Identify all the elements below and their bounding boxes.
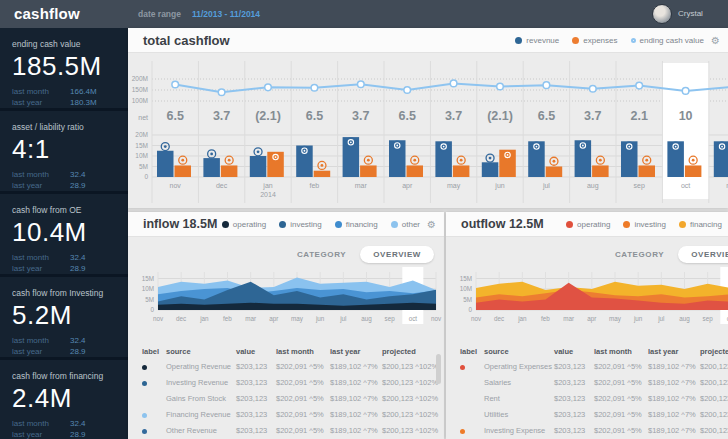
date-range-picker[interactable]: 11/2013 - 11/2014 <box>192 0 260 28</box>
label-cell <box>142 407 166 423</box>
legend-dot-icon <box>631 38 636 43</box>
legend-item-operating[interactable]: operating <box>222 220 266 229</box>
legend-label: other <box>402 220 420 229</box>
sidebar-metric-ending-cash-value[interactable]: ending cash value 185.5M last month166.4… <box>0 28 128 108</box>
legend-item-investing[interactable]: investing <box>279 220 322 229</box>
total-cashflow-chart[interactable]: 200M150M100M20M15M10M5M0net6.5nov3.7dec(… <box>128 53 728 208</box>
cell-last_month: $202,091 ^5% <box>276 407 330 423</box>
line-point-marker <box>590 85 597 92</box>
cell-last_year: $189,102 ^7% <box>648 407 700 423</box>
expense-bar[interactable] <box>360 165 377 177</box>
gear-icon[interactable]: ⚙ <box>427 212 436 237</box>
user-name[interactable]: Crystal McAdams <box>678 0 728 28</box>
outflow-area-chart[interactable]: 15M10M5M0novdecjanfebmaraprmayjunjulaugs… <box>446 264 728 328</box>
last-month-value: 32.4 <box>70 169 86 180</box>
line-point-marker <box>543 82 550 89</box>
legend-item-investing[interactable]: investing <box>623 220 666 229</box>
sidebar-metric-cash-flow-oe[interactable]: cash flow from OE 10.4M last month32.4 l… <box>0 194 128 274</box>
revenue-bar[interactable] <box>482 162 499 177</box>
cell-value: $203,123 <box>554 391 594 407</box>
legend-item-ending-cash-value[interactable]: ending cash value <box>631 36 705 45</box>
table-scrollbar[interactable] <box>436 354 441 384</box>
line-point-marker <box>497 83 504 90</box>
expense-bar[interactable] <box>221 165 238 177</box>
sidebar-metric-asset-liability-ratio[interactable]: asset / liability ratio 4:1 last month32… <box>0 111 128 191</box>
last-month-value: 166.4M <box>70 86 97 97</box>
month-label: nov <box>153 315 164 322</box>
cell-last_month: $202,091 ^5% <box>594 423 648 439</box>
column-header: source <box>166 344 236 359</box>
revenue-bar[interactable] <box>203 158 220 177</box>
user-avatar[interactable] <box>652 4 672 24</box>
expense-bar[interactable] <box>592 165 609 177</box>
legend-dot-icon <box>222 221 229 228</box>
legend-label: ending cash value <box>640 36 705 45</box>
legend-dot-icon <box>515 37 522 44</box>
label-cell <box>142 375 166 391</box>
series-dot-icon <box>460 429 465 434</box>
month-label: oct <box>681 182 690 189</box>
revenue-bar[interactable] <box>250 156 266 177</box>
table-row: Utilities$203,123$202,091 ^5%$189,102 ^7… <box>446 407 728 423</box>
legend-item-financing[interactable]: financing <box>335 220 378 229</box>
gear-icon[interactable]: ⚙ <box>711 28 720 53</box>
expense-bar[interactable] <box>453 165 470 177</box>
line-point-marker <box>450 80 457 87</box>
legend-dot-icon <box>335 221 342 228</box>
expense-bar[interactable] <box>639 165 656 177</box>
inflow-table: labelsourcevaluelast monthlast yearproje… <box>128 344 444 439</box>
sidebar-metric-cash-flow-financing[interactable]: cash flow from financing 2.4M last month… <box>0 360 128 439</box>
line-point-marker <box>218 89 225 96</box>
expense-bar[interactable] <box>546 167 563 178</box>
legend-label: operating <box>577 220 610 229</box>
legend-item-expenses[interactable]: expenses <box>572 36 617 45</box>
metric-label: cash flow from Investing <box>12 288 116 298</box>
category-button[interactable]: CATEGORY <box>615 250 664 259</box>
table-row: Salaries$203,123$202,091 ^5%$189,102 ^7%… <box>446 375 728 391</box>
cell-last_year: $189,102 ^7% <box>330 423 382 439</box>
expense-bar[interactable] <box>685 165 702 177</box>
month-label: sep <box>634 182 645 190</box>
expense-bar[interactable] <box>175 165 192 177</box>
last-year-label: last year <box>12 180 70 191</box>
last-year-value: 28.9 <box>70 180 86 191</box>
month-label: nov <box>431 315 442 322</box>
total-cashflow-panel: total cashflow revevnueexpensesending ca… <box>128 28 728 208</box>
cell-value: $203,123 <box>554 359 594 375</box>
legend-item-other[interactable]: other <box>391 220 420 229</box>
net-value: 6.5 <box>167 109 184 123</box>
revenue-bar[interactable] <box>157 151 174 177</box>
cell-projected: $200,123 ^102% <box>700 375 728 391</box>
month-label: nov <box>170 182 182 189</box>
legend-item-financing[interactable]: financing <box>679 220 722 229</box>
cell-source: Utilities <box>484 407 554 423</box>
svg-text:10M: 10M <box>460 285 472 292</box>
expense-bar[interactable] <box>314 171 331 177</box>
last-year-label: last year <box>12 346 70 357</box>
line-point-marker <box>172 81 179 88</box>
selected-month-highlight[interactable] <box>663 63 708 199</box>
legend-item-revevnue[interactable]: revevnue <box>515 36 559 45</box>
category-button[interactable]: CATEGORY <box>297 250 346 259</box>
inflow-area-chart[interactable]: 15M10M5M0novdecjanfebmaraprmayjunjulaugs… <box>128 264 444 328</box>
cell-last_year: $189,102 ^7% <box>648 375 700 391</box>
column-header: value <box>236 344 276 359</box>
month-label: jul <box>542 182 550 190</box>
legend-item-operating[interactable]: operating <box>566 220 610 229</box>
month-label: dec <box>216 182 228 189</box>
overview-button[interactable]: OVERVIEW <box>678 246 728 263</box>
month-label: may <box>609 315 622 323</box>
legend-label: expenses <box>583 36 617 45</box>
month-label: jul <box>339 315 346 323</box>
column-header: source <box>484 344 554 359</box>
last-month-label: last month <box>12 418 70 429</box>
cell-source: Financing Revenue <box>166 407 236 423</box>
overview-button[interactable]: OVERVIEW <box>360 246 434 263</box>
last-month-label: last month <box>12 169 70 180</box>
metric-value: 10.4M <box>12 217 116 248</box>
expense-bar[interactable] <box>407 165 424 177</box>
net-value: 2.1 <box>631 109 648 123</box>
sidebar-metric-cash-flow-investing[interactable]: cash flow from Investing 5.2M last month… <box>0 277 128 357</box>
view-toggle: CATEGORY OVERVIEW <box>446 245 728 263</box>
cell-last_month: $202,091 ^5% <box>276 391 330 407</box>
